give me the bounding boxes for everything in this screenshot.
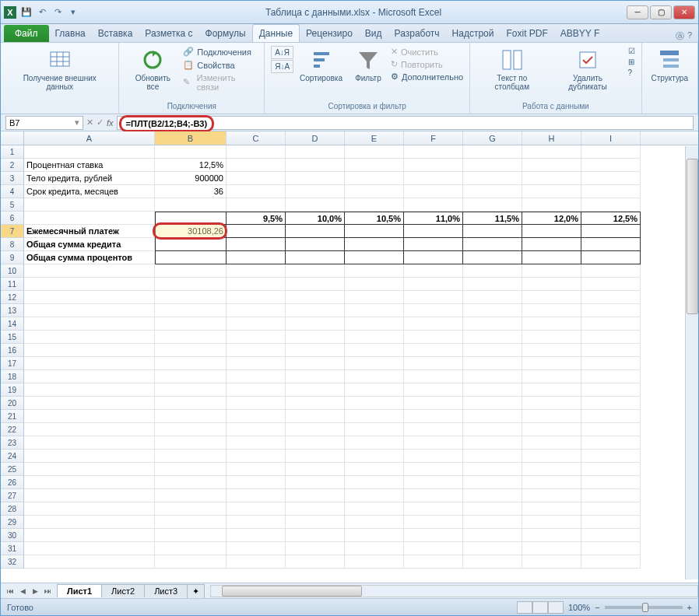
cell-B2[interactable]: 12,5% [155, 159, 227, 172]
cell-D9[interactable] [286, 251, 345, 264]
cell-G18[interactable] [463, 370, 522, 383]
cell-A26[interactable] [24, 476, 155, 489]
cell-H5[interactable] [522, 198, 581, 212]
cancel-icon[interactable]: ✕ [86, 117, 93, 128]
cell-G32[interactable] [463, 555, 522, 569]
cell-G7[interactable] [463, 225, 522, 238]
cell-E11[interactable] [345, 278, 404, 291]
cell-E4[interactable] [345, 185, 404, 198]
cell-B3[interactable]: 900000 [155, 172, 227, 185]
cell-H17[interactable] [522, 357, 581, 370]
row-header-2[interactable]: 2 [1, 159, 24, 172]
cell-A31[interactable] [24, 542, 155, 555]
column-header-E[interactable]: E [345, 131, 404, 145]
cell-D12[interactable] [286, 291, 345, 304]
qat-dropdown-icon[interactable]: ▾ [66, 5, 80, 19]
cell-G28[interactable] [463, 502, 522, 516]
tab-foxit[interactable]: Foxit PDF [500, 25, 553, 42]
row-header-22[interactable]: 22 [1, 423, 24, 436]
cell-H32[interactable] [522, 555, 581, 569]
cell-F2[interactable] [404, 159, 463, 172]
cell-E31[interactable] [345, 542, 404, 555]
cell-I20[interactable] [581, 397, 641, 410]
page-layout-view-button[interactable] [532, 601, 548, 614]
cell-C7[interactable] [227, 225, 286, 238]
cell-I26[interactable] [581, 476, 641, 489]
cell-F12[interactable] [404, 291, 463, 304]
cell-D18[interactable] [286, 370, 345, 383]
cell-B7[interactable]: 30108,26 [155, 225, 227, 238]
cell-B6[interactable] [155, 212, 227, 225]
cell-D17[interactable] [286, 357, 345, 370]
refresh-all-button[interactable]: Обновить все [125, 46, 180, 93]
cell-D8[interactable] [286, 238, 345, 251]
new-sheet-button[interactable]: ✦ [187, 584, 205, 598]
spreadsheet-grid[interactable]: ABCDEFGHI 123456789101112131415161718192… [1, 131, 698, 583]
cell-E14[interactable] [345, 317, 404, 331]
cell-B15[interactable] [155, 331, 227, 344]
cell-I29[interactable] [581, 516, 641, 529]
cell-A16[interactable] [24, 344, 155, 357]
cell-F18[interactable] [404, 370, 463, 383]
cell-C15[interactable] [227, 331, 286, 344]
cell-A7[interactable]: Ежемесячный платеж [24, 225, 155, 238]
cell-H29[interactable] [522, 516, 581, 529]
cell-C21[interactable] [227, 410, 286, 423]
select-all-button[interactable] [1, 131, 24, 145]
cell-I25[interactable] [581, 463, 641, 476]
cell-G24[interactable] [463, 450, 522, 463]
column-header-H[interactable]: H [522, 131, 581, 145]
cell-C13[interactable] [227, 304, 286, 317]
help-icon[interactable]: ? [687, 30, 692, 42]
cell-H28[interactable] [522, 502, 581, 516]
cell-I24[interactable] [581, 450, 641, 463]
cell-B5[interactable] [155, 198, 227, 212]
row-header-25[interactable]: 25 [1, 463, 24, 476]
cell-B10[interactable] [155, 264, 227, 278]
cell-E26[interactable] [345, 476, 404, 489]
cell-E12[interactable] [345, 291, 404, 304]
cell-G25[interactable] [463, 463, 522, 476]
row-header-24[interactable]: 24 [1, 450, 24, 463]
cell-H9[interactable] [522, 251, 581, 264]
cell-G10[interactable] [463, 264, 522, 278]
cell-I18[interactable] [581, 370, 641, 383]
cell-C18[interactable] [227, 370, 286, 383]
row-header-26[interactable]: 26 [1, 476, 24, 489]
cell-A19[interactable] [24, 383, 155, 397]
row-header-15[interactable]: 15 [1, 331, 24, 344]
cell-G4[interactable] [463, 185, 522, 198]
redo-icon[interactable]: ↷ [51, 5, 65, 19]
cell-D10[interactable] [286, 264, 345, 278]
column-header-G[interactable]: G [463, 131, 522, 145]
cell-D21[interactable] [286, 410, 345, 423]
cell-F8[interactable] [404, 238, 463, 251]
cell-F1[interactable] [404, 145, 463, 159]
cell-F25[interactable] [404, 463, 463, 476]
cell-E5[interactable] [345, 198, 404, 212]
cell-E10[interactable] [345, 264, 404, 278]
cell-A9[interactable]: Общая сумма процентов [24, 251, 155, 264]
row-header-12[interactable]: 12 [1, 291, 24, 304]
cell-A6[interactable] [24, 212, 155, 225]
cell-H30[interactable] [522, 529, 581, 542]
cell-B20[interactable] [155, 397, 227, 410]
cell-H6[interactable]: 12,0% [522, 212, 581, 225]
cell-A3[interactable]: Тело кредита, рублей [24, 172, 155, 185]
next-sheet-button[interactable]: ▶ [29, 585, 41, 597]
cell-H10[interactable] [522, 264, 581, 278]
row-header-1[interactable]: 1 [1, 145, 24, 159]
cell-B14[interactable] [155, 317, 227, 331]
cell-H16[interactable] [522, 344, 581, 357]
cell-B19[interactable] [155, 383, 227, 397]
cell-G1[interactable] [463, 145, 522, 159]
page-break-view-button[interactable] [548, 601, 564, 614]
cell-D29[interactable] [286, 516, 345, 529]
cell-A32[interactable] [24, 555, 155, 569]
cell-H13[interactable] [522, 304, 581, 317]
cell-H12[interactable] [522, 291, 581, 304]
cell-G2[interactable] [463, 159, 522, 172]
cell-H25[interactable] [522, 463, 581, 476]
cell-D20[interactable] [286, 397, 345, 410]
cell-I28[interactable] [581, 502, 641, 516]
